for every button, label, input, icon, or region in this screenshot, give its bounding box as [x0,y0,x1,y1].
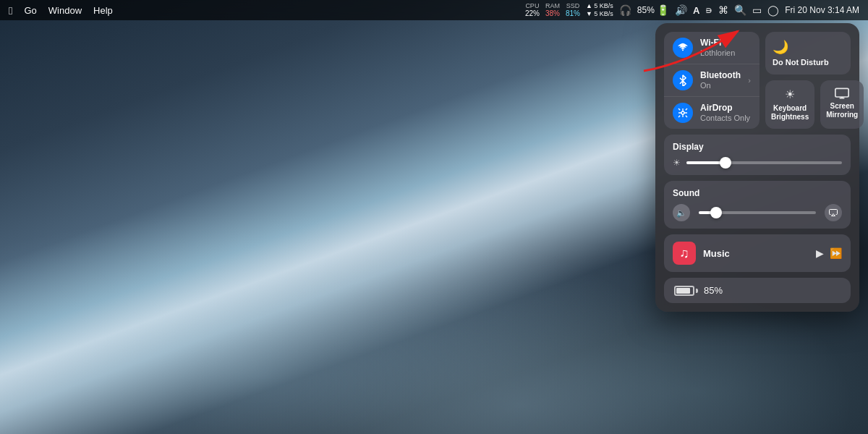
net-up-value: 5 KB/s [594,2,613,9]
cpu-label: CPU [525,3,539,10]
volume-icon-cc: 🔈 [673,204,690,221]
svg-rect-2 [835,89,848,98]
net-arrow-down: ▼ 5 KB/s [586,10,613,18]
volume-thumb[interactable] [710,207,722,218]
sound-section: Sound 🔈 [664,181,851,229]
wifi-tile-text: Wi-Fi Lothlorien [700,38,751,58]
brightness-slider[interactable] [686,161,842,164]
volume-slider[interactable] [699,211,816,214]
display-title: Display [673,142,842,152]
net-down-value: 5 KB/s [594,10,613,17]
quick-action-tiles: 🌙 Do Not Disturb ☀ KeyboardBrightness Sc… [765,32,851,129]
display-section: Display ☀ [664,135,851,175]
keyboard-brightness-label: KeyboardBrightness [771,104,809,122]
menubar:  Go Window Help CPU 22% RAM 38% SSD 81%… [0,0,868,20]
do-not-disturb-icon: 🌙 [773,39,788,55]
do-not-disturb-tile[interactable]: 🌙 Do Not Disturb [765,32,851,75]
screen-mirroring-icon [835,88,849,99]
spotlight-icon[interactable]: 🔍 [734,4,746,16]
bluetooth-tile-text: Bluetooth On [700,70,741,90]
svg-marker-3 [832,214,835,216]
airdrop-tile-text: AirDrop Contacts Only [700,103,751,123]
ram-value: 38% [545,9,560,17]
airplay-button[interactable] [825,204,842,221]
music-app-icon: ♫ [673,242,696,265]
battery-menubar: 85% 🔋 [637,4,669,16]
net-arrow-up: ▲ 5 KB/s [586,2,613,10]
fast-forward-button[interactable]: ⏩ [830,247,842,259]
screen-mirroring-tile[interactable]: Screen Mirroring [820,80,864,129]
volume-icon[interactable]: 🔊 [675,4,687,16]
go-menu[interactable]: Go [24,5,36,16]
cpu-stat: CPU 22% [525,3,540,18]
wifi-subtitle: Lothlorien [700,48,751,58]
battery-body [674,286,694,296]
bluetooth-tile-icon [673,70,693,90]
ram-label: RAM [545,3,560,10]
battery-bar [674,286,698,296]
battery-cap [696,289,698,293]
do-not-disturb-label: Do Not Disturb [773,58,829,67]
wifi-menubar-icon[interactable]: ⌘ [718,4,728,16]
music-label: Music [703,248,809,259]
airdrop-tile-icon [673,103,693,123]
menubar-left:  Go Window Help [9,4,525,17]
bluetooth-subtitle: On [700,81,741,90]
keyboard-brightness-icon: ☀ [785,88,795,101]
bluetooth-chevron-icon: › [748,76,751,85]
play-button[interactable]: ▶ [816,247,824,259]
ssd-label: SSD [566,3,580,10]
brightness-low-icon: ☀ [673,158,681,168]
bluetooth-title: Bluetooth [700,70,741,80]
airdrop-subtitle: Contacts Only [700,114,751,123]
cc-top-row: Wi-Fi Lothlorien Bluetooth On › [664,32,851,129]
sound-title: Sound [673,188,842,198]
battery-pct-menubar: 85% [637,5,655,15]
headphone-icon[interactable]: 🎧 [619,4,631,16]
ram-stat: RAM 38% [545,3,560,18]
control-center-icon[interactable]: ▭ [752,4,762,16]
cpu-value: 22% [525,9,540,17]
battery-section: 85% [664,278,851,303]
airdrop-title: AirDrop [700,103,751,113]
keyboard-brightness-tile[interactable]: ☀ KeyboardBrightness [765,80,814,129]
battery-icon-menubar: 🔋 [657,4,669,16]
ssd-stat: SSD 81% [566,3,580,18]
wifi-title: Wi-Fi [700,38,751,48]
brightness-thumb[interactable] [720,157,731,169]
window-menu[interactable]: Window [48,5,82,16]
battery-fill [676,288,690,294]
wifi-tile-icon [673,38,693,58]
bluetooth-menubar-icon[interactable]: ⋼ [705,4,712,16]
notification-center-icon[interactable]: ◯ [767,4,779,16]
text-input-icon[interactable]: A [693,5,699,16]
network-stats: ▲ 5 KB/s ▼ 5 KB/s [586,2,613,18]
bluetooth-tile[interactable]: Bluetooth On › [664,64,760,97]
bottom-quick-tiles: ☀ KeyboardBrightness Screen Mirroring [765,80,851,129]
airdrop-tile[interactable]: AirDrop Contacts Only [664,97,760,129]
volume-row: 🔈 [673,204,842,221]
menubar-right: CPU 22% RAM 38% SSD 81% ▲ 5 KB/s ▼ 5 KB/… [525,2,859,18]
datetime: Fri 20 Nov 3:14 AM [785,5,859,15]
music-section[interactable]: ♫ Music ▶ ⏩ [664,234,851,272]
apple-menu[interactable]:  [9,4,12,17]
screen-mirroring-label: Screen Mirroring [826,102,858,119]
connectivity-tiles: Wi-Fi Lothlorien Bluetooth On › [664,32,760,129]
help-menu[interactable]: Help [93,5,113,16]
control-center-panel: Wi-Fi Lothlorien Bluetooth On › [655,23,859,312]
wifi-tile[interactable]: Wi-Fi Lothlorien [664,32,760,64]
ssd-value: 81% [566,9,580,17]
svg-point-1 [681,111,684,114]
battery-percentage: 85% [704,285,723,296]
brightness-row[interactable]: ☀ [673,158,842,168]
music-controls: ▶ ⏩ [816,247,842,259]
